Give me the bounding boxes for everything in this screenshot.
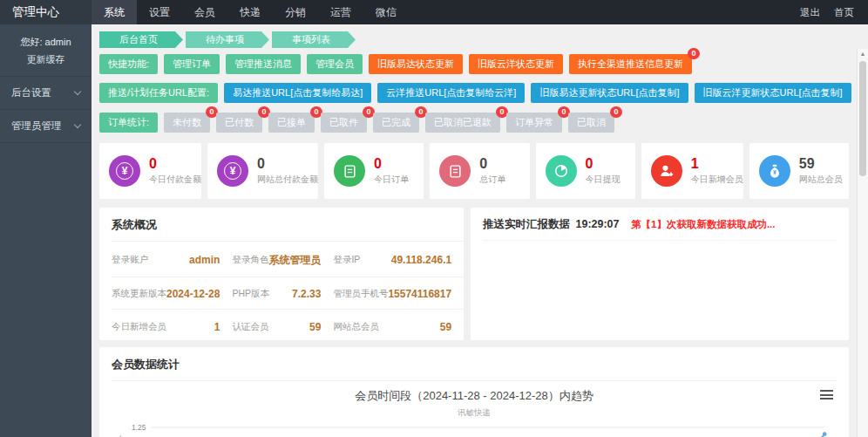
stat-value: 0	[479, 156, 505, 172]
count-badge: 0	[688, 48, 700, 59]
overview-cell: 认证会员59	[232, 309, 333, 342]
top-bar: 管理中心 系统 设置 会员 快递 分销 运营 微信 退出 首页	[0, 0, 868, 24]
orders-cancelled-button[interactable]: 已取消0	[568, 113, 614, 133]
svg-text:¥: ¥	[773, 169, 776, 175]
tab-settings[interactable]: 设置	[137, 0, 182, 24]
tab-system[interactable]: 系统	[92, 0, 137, 24]
yida-push-url-button[interactable]: 易达推送URL[点击复制给易达]	[224, 83, 371, 103]
yunyang-push-url-button[interactable]: 云洋推送URL[点击复制给云洋]	[377, 83, 525, 103]
scroll-up-icon[interactable]: ▲	[858, 49, 868, 59]
greeting-text: 您好: admin	[3, 36, 88, 49]
overview-value: 49.118.246.1	[391, 254, 451, 266]
button-label: 已取件	[329, 117, 358, 127]
breadcrumb-home[interactable]: 后台首页	[99, 31, 183, 48]
chevron-down-icon	[74, 88, 81, 95]
chart-menu-icon[interactable]	[820, 390, 833, 402]
button-label: 已付数	[225, 117, 254, 127]
orders-paid-button[interactable]: 已付数0	[216, 113, 262, 133]
breadcrumb-todo[interactable]: 待办事项	[186, 31, 269, 48]
tab-operations[interactable]: 运营	[318, 0, 363, 24]
overview-cell: 今日新增会员1	[112, 309, 232, 342]
orders-accepted-button[interactable]: 已接单0	[268, 113, 315, 133]
stat-label: 今日提现	[586, 174, 620, 186]
button-label: 已取消已退款	[434, 117, 492, 127]
manage-orders-button[interactable]: 管理订单	[164, 54, 220, 74]
stat-value: 0	[374, 156, 409, 172]
stat-value: 0	[149, 156, 201, 172]
overview-label: 管理员手机号	[333, 288, 388, 300]
top-nav: 系统 设置 会员 快递 分销 运营 微信	[92, 0, 800, 24]
all-channel-push-update-button[interactable]: 执行全渠道推送信息更新 0	[569, 54, 692, 74]
manage-push-messages-button[interactable]: 管理推送消息	[226, 54, 301, 74]
card-total-payment: ¥ 0 网站总付款金额	[207, 143, 318, 199]
stat-value: 1	[691, 156, 743, 172]
yunyang-status-update-button[interactable]: 旧版云洋状态更新	[469, 54, 563, 74]
tab-distribution[interactable]: 分销	[273, 0, 318, 24]
yen-circle-icon: ¥	[109, 155, 140, 187]
overview-value: 15574116817	[388, 288, 451, 300]
sidebar: 您好: admin 更新缓存 后台设置 管理员管理	[0, 24, 92, 437]
orders-pickedup-button[interactable]: 已取件0	[321, 113, 367, 133]
sidebar-item-admin-management[interactable]: 管理员管理	[0, 110, 92, 143]
overview-label: 认证会员	[232, 321, 268, 333]
overview-value: 59	[440, 321, 451, 333]
old-yunyang-status-url-button[interactable]: 旧版云洋更新状态URL[点击复制]	[695, 83, 851, 103]
overview-label: 系统更新版本	[112, 288, 166, 300]
user-plus-icon	[651, 155, 682, 187]
url-config-label: 推送/计划任务URL配置:	[99, 83, 218, 103]
push-report-panel: 推送实时汇报数据 19:29:07 第【1】次获取新数据获取成功...	[471, 208, 849, 340]
button-label: 已完成	[382, 117, 410, 127]
stat-label: 网站总会员	[799, 174, 843, 186]
tab-members[interactable]: 会员	[182, 0, 227, 24]
home-link[interactable]: 首页	[834, 6, 854, 19]
button-label: 已接单	[277, 117, 306, 127]
main-content: 后台首页 待办事项 事项列表 快捷功能: 管理订单 管理推送消息 管理会员 旧版…	[92, 24, 868, 437]
orders-completed-button[interactable]: 已完成0	[373, 113, 419, 133]
old-yida-status-url-button[interactable]: 旧版易达更新状态URL[点击复制]	[531, 83, 688, 103]
stat-value: 0	[257, 156, 318, 172]
overview-label: 网站总会员	[333, 321, 379, 333]
overview-value: admin	[189, 254, 220, 266]
manage-members-button[interactable]: 管理会员	[307, 54, 363, 74]
orders-unpaid-button[interactable]: 未付数0	[164, 113, 210, 133]
overview-value: 7.2.33	[292, 288, 321, 300]
quick-functions-label: 快捷功能:	[99, 54, 158, 74]
card-today-new-members: 1 今日新增会员	[641, 143, 743, 199]
panel-title: 会员数据统计	[112, 357, 837, 372]
overview-label: PHP版本	[232, 288, 269, 300]
button-label: 订单异常	[515, 117, 553, 127]
tab-wechat[interactable]: 微信	[363, 0, 409, 24]
overview-cell: 系统更新版本2024-12-28	[112, 277, 232, 310]
sidebar-item-label: 后台设置	[11, 86, 51, 99]
button-label: 已取消	[577, 117, 606, 127]
stat-label: 网站总付款金额	[257, 174, 318, 186]
svg-text:1.25: 1.25	[132, 423, 146, 432]
vertical-scrollbar[interactable]: ▲	[857, 49, 868, 437]
trend-line-chart: 1.25-0.2511/2811/2911/3012/0112/0212/031…	[112, 420, 837, 437]
stat-cards-row: ¥ 0 今日付款金额 ¥ 0 网站总付款金额 0 今日订单	[99, 143, 849, 199]
overview-value: 系统管理员	[268, 253, 321, 268]
breadcrumb-list[interactable]: 事项列表	[272, 31, 356, 48]
overview-cell: PHP版本7.2.33	[232, 277, 333, 310]
button-label: 执行全渠道推送信息更新	[578, 58, 683, 69]
refresh-cache-link[interactable]: 更新缓存	[3, 53, 88, 66]
yida-status-update-button[interactable]: 旧版易达状态更新	[369, 54, 463, 74]
push-report-message: 第【1】次获取新数据获取成功...	[631, 219, 775, 229]
stat-label: 今日新增会员	[691, 174, 743, 186]
yen-circle-icon: ¥	[217, 155, 248, 187]
admin-dashboard: 管理中心 系统 设置 会员 快递 分销 运营 微信 退出 首页 您好: admi…	[0, 0, 868, 437]
card-today-payment: ¥ 0 今日付款金额	[99, 143, 201, 199]
tab-express[interactable]: 快递	[227, 0, 273, 24]
scrollbar-thumb[interactable]	[859, 61, 866, 176]
logout-link[interactable]: 退出	[800, 6, 820, 19]
stat-label: 今日付款金额	[149, 174, 201, 186]
overview-value: 2024-12-28	[166, 288, 220, 300]
orders-abnormal-button[interactable]: 订单异常0	[506, 113, 562, 133]
sidebar-item-label: 管理员管理	[11, 119, 62, 133]
overview-value: 1	[214, 321, 220, 333]
document-icon	[439, 155, 471, 187]
orders-cancelled-refunded-button[interactable]: 已取消已退款0	[425, 113, 500, 133]
stat-value: 0	[586, 156, 620, 172]
count-badge: 0	[610, 106, 622, 118]
sidebar-item-backend-settings[interactable]: 后台设置	[0, 77, 92, 110]
